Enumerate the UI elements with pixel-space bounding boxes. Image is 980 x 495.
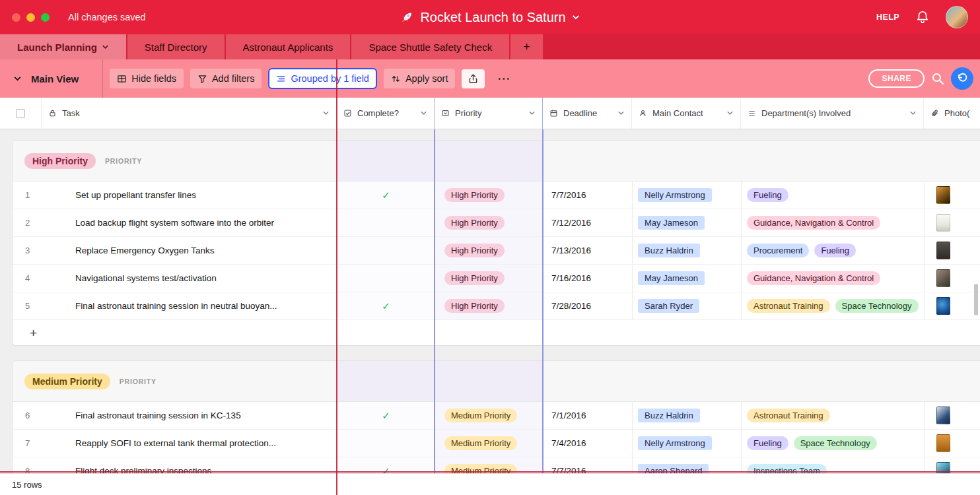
- contact-cell[interactable]: May Jameson: [633, 209, 742, 236]
- chevron-down-icon: [102, 44, 109, 51]
- col-header-departments[interactable]: Department(s) Involved: [741, 98, 924, 129]
- hide-fields-button[interactable]: Hide fields: [110, 69, 184, 88]
- complete-cell[interactable]: ✓: [337, 182, 435, 209]
- tab-launch-planning[interactable]: Launch Planning: [0, 34, 126, 59]
- chevron-down-icon[interactable]: [617, 110, 625, 117]
- complete-cell[interactable]: [337, 237, 435, 264]
- plus-icon: +: [523, 40, 530, 54]
- search-icon[interactable]: [931, 72, 944, 85]
- col-header-photo[interactable]: Photo(: [924, 98, 980, 129]
- view-name: Main View: [31, 73, 79, 84]
- departments-cell[interactable]: Guidance, Navigation & Control: [742, 265, 925, 292]
- photo-cell[interactable]: [925, 265, 980, 292]
- contact-cell[interactable]: May Jameson: [633, 265, 742, 292]
- task-cell[interactable]: Final astronaut training session in neut…: [42, 292, 337, 319]
- deadline-cell[interactable]: 7/7/2016: [543, 182, 633, 209]
- deadline-cell[interactable]: 7/4/2016: [543, 430, 633, 457]
- tab-space-shuttle-safety-check[interactable]: Space Shuttle Safety Check: [351, 34, 509, 59]
- departments-cell[interactable]: Fueling: [742, 182, 925, 209]
- departments-cell[interactable]: ProcurementFueling: [742, 237, 925, 264]
- priority-cell[interactable]: High Priority: [435, 292, 543, 319]
- complete-cell[interactable]: ✓: [337, 402, 435, 429]
- deadline-cell[interactable]: 7/16/2016: [543, 265, 633, 292]
- deadline-cell[interactable]: 7/1/2016: [543, 402, 633, 429]
- row-number: 1: [13, 182, 42, 209]
- grouped-by-button[interactable]: Grouped by 1 field: [268, 68, 377, 89]
- apply-sort-button[interactable]: Apply sort: [384, 69, 455, 88]
- department-chip: Fueling: [814, 244, 856, 257]
- share-base-button[interactable]: SHARE: [868, 69, 925, 88]
- history-button[interactable]: [951, 67, 973, 90]
- col-header-main-contact[interactable]: Main Contact: [632, 98, 741, 129]
- photo-cell[interactable]: [925, 209, 980, 236]
- task-cell[interactable]: Final astronaut training session in KC-1…: [42, 402, 337, 429]
- photo-cell[interactable]: [925, 237, 980, 264]
- group-header[interactable]: Medium Priority PRIORITY: [13, 361, 980, 402]
- photo-cell[interactable]: [925, 430, 980, 457]
- minimize-window-button[interactable]: [26, 13, 35, 22]
- task-cell[interactable]: Replace Emergency Oxygen Tanks: [42, 237, 337, 264]
- contact-cell[interactable]: Nelly Armstrong: [633, 430, 742, 457]
- more-options-button[interactable]: •••: [491, 69, 518, 89]
- photo-cell[interactable]: [925, 292, 980, 319]
- priority-cell[interactable]: High Priority: [435, 209, 543, 236]
- close-window-button[interactable]: [12, 13, 20, 22]
- bell-icon[interactable]: [915, 10, 930, 24]
- task-cell[interactable]: Load backup flight system software into …: [42, 209, 337, 236]
- priority-cell[interactable]: High Priority: [435, 265, 543, 292]
- col-header-task[interactable]: Task: [42, 98, 337, 129]
- chevron-down-icon[interactable]: [528, 110, 536, 117]
- priority-cell[interactable]: High Priority: [435, 237, 543, 264]
- column-header-row: Task Complete? Priority Deadline Main Co…: [0, 98, 980, 129]
- table-tabs: Launch Planning Staff Directory Astronau…: [0, 34, 980, 59]
- tab-staff-directory[interactable]: Staff Directory: [127, 34, 225, 59]
- task-cell[interactable]: Navigational systems test/activation: [42, 265, 337, 292]
- chevron-down-icon[interactable]: [909, 110, 917, 117]
- departments-cell[interactable]: FuelingSpace Technology: [742, 430, 925, 457]
- base-title-menu[interactable]: Rocket Launch to Saturn: [400, 10, 580, 25]
- select-all-checkbox[interactable]: [0, 98, 42, 129]
- priority-cell[interactable]: Medium Priority: [435, 402, 543, 429]
- deadline-text: 7/7/2016: [551, 190, 586, 200]
- complete-cell[interactable]: [337, 209, 435, 236]
- add-filters-button[interactable]: Add filters: [190, 69, 262, 88]
- chevron-down-icon[interactable]: [726, 110, 734, 117]
- col-header-priority[interactable]: Priority: [435, 98, 543, 129]
- complete-cell[interactable]: [337, 265, 435, 292]
- table-row: 4 Navigational systems test/activation H…: [13, 265, 980, 292]
- col-header-complete[interactable]: Complete?: [337, 98, 435, 129]
- contact-cell[interactable]: Buzz Haldrin: [633, 402, 742, 429]
- zoom-window-button[interactable]: [41, 13, 50, 22]
- deadline-cell[interactable]: 7/12/2016: [543, 209, 633, 236]
- status-bar: 15 rows: [0, 473, 980, 495]
- complete-cell[interactable]: [337, 430, 435, 457]
- task-cell[interactable]: Set up propellant transfer lines: [42, 182, 337, 209]
- tab-astronaut-applicants[interactable]: Astronaut Applicants: [226, 34, 351, 59]
- contact-cell[interactable]: Sarah Ryder: [633, 292, 742, 319]
- complete-cell[interactable]: ✓: [337, 292, 435, 319]
- priority-cell[interactable]: Medium Priority: [435, 430, 543, 457]
- group-header[interactable]: High Priority PRIORITY: [13, 141, 980, 182]
- priority-cell[interactable]: High Priority: [435, 182, 543, 209]
- chevron-down-icon[interactable]: [420, 110, 427, 117]
- vertical-scrollbar[interactable]: [974, 284, 978, 315]
- departments-cell[interactable]: Astronaut TrainingSpace Technology: [742, 292, 925, 319]
- add-table-button[interactable]: +: [510, 34, 543, 59]
- photo-cell[interactable]: [925, 182, 980, 209]
- task-cell[interactable]: Reapply SOFI to external tank thermal pr…: [42, 430, 337, 457]
- deadline-cell[interactable]: 7/28/2016: [543, 292, 633, 319]
- contact-cell[interactable]: Nelly Armstrong: [633, 182, 742, 209]
- task-text: Reapply SOFI to external tank thermal pr…: [75, 438, 276, 448]
- photo-cell[interactable]: [925, 402, 980, 429]
- deadline-cell[interactable]: 7/13/2016: [543, 237, 633, 264]
- col-header-deadline[interactable]: Deadline: [543, 98, 632, 129]
- chevron-down-icon[interactable]: [322, 110, 330, 117]
- departments-cell[interactable]: Guidance, Navigation & Control: [742, 209, 925, 236]
- view-switcher[interactable]: Main View: [9, 59, 103, 98]
- contact-cell[interactable]: Buzz Haldrin: [633, 237, 742, 264]
- add-row-button[interactable]: +: [13, 320, 980, 346]
- help-button[interactable]: HELP: [876, 13, 899, 22]
- share-view-button[interactable]: [462, 69, 485, 88]
- avatar[interactable]: [946, 6, 968, 28]
- departments-cell[interactable]: Astronaut Training: [742, 402, 925, 429]
